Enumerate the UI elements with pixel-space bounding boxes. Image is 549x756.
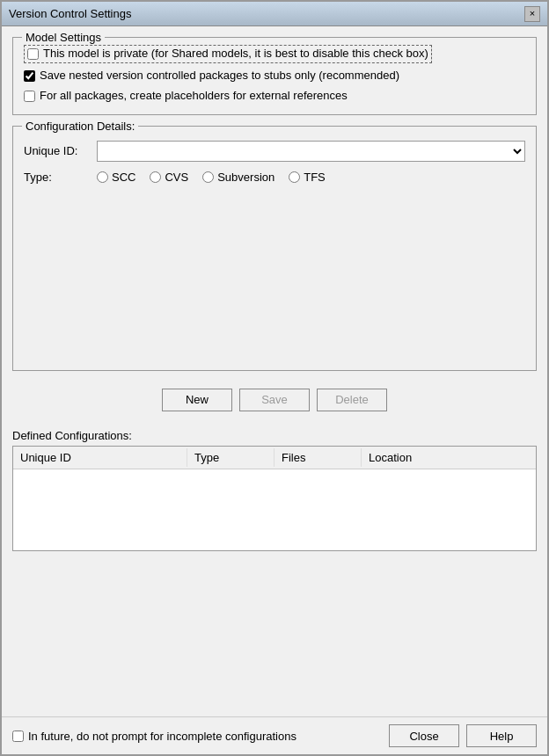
radio-scc: SCC bbox=[97, 171, 135, 184]
tfs-label: TFS bbox=[304, 171, 326, 184]
save-nested-label: Save nested version controlled packages … bbox=[40, 69, 399, 84]
unique-id-row: Unique ID: bbox=[24, 141, 525, 162]
no-prompt-label: In future, do not prompt for incomplete … bbox=[28, 730, 296, 743]
save-button[interactable]: Save bbox=[239, 389, 310, 411]
subversion-label: Subversion bbox=[217, 171, 274, 184]
type-label: Type: bbox=[24, 171, 90, 184]
model-private-checkbox[interactable] bbox=[27, 48, 39, 60]
table-body bbox=[13, 469, 536, 549]
model-settings-group: Model Settings This model is private (fo… bbox=[12, 37, 537, 115]
model-settings-title: Model Settings bbox=[22, 31, 105, 44]
unique-id-dropdown[interactable] bbox=[97, 141, 525, 162]
cvs-label: CVS bbox=[165, 171, 188, 184]
tfs-radio[interactable] bbox=[289, 171, 300, 183]
type-radio-group: SCC CVS Subversion TFS bbox=[97, 171, 326, 184]
subversion-radio[interactable] bbox=[202, 171, 214, 183]
configuration-details-group: Configuration Details: Unique ID: Type: bbox=[12, 126, 537, 371]
checkbox-row-1: This model is private (for Shared models… bbox=[24, 45, 525, 63]
delete-button[interactable]: Delete bbox=[317, 389, 387, 411]
dialog-content: Model Settings This model is private (fo… bbox=[2, 26, 547, 716]
dashed-border-box: This model is private (for Shared models… bbox=[24, 45, 432, 63]
col-header-unique-id: Unique ID bbox=[13, 448, 187, 467]
action-button-row: New Save Delete bbox=[12, 382, 537, 418]
col-header-location: Location bbox=[362, 448, 536, 467]
checkbox-row-2: Save nested version controlled packages … bbox=[24, 69, 525, 84]
scc-radio[interactable] bbox=[97, 171, 108, 183]
radio-subversion: Subversion bbox=[202, 171, 274, 184]
unique-id-field bbox=[97, 141, 525, 162]
defined-configs-table: Unique ID Type Files Location bbox=[12, 446, 537, 551]
new-button[interactable]: New bbox=[162, 389, 232, 411]
config-empty-area bbox=[24, 184, 525, 360]
bottom-buttons: Close Help bbox=[389, 724, 537, 747]
cvs-radio[interactable] bbox=[150, 171, 161, 183]
scc-label: SCC bbox=[112, 171, 135, 184]
config-details-content: Unique ID: Type: SCC bbox=[24, 134, 525, 184]
radio-cvs: CVS bbox=[150, 171, 188, 184]
no-prompt-checkbox[interactable] bbox=[12, 731, 24, 742]
close-icon[interactable]: × bbox=[524, 6, 540, 22]
create-placeholders-label: For all packages, create placeholders fo… bbox=[40, 89, 348, 104]
save-nested-checkbox[interactable] bbox=[24, 70, 35, 82]
bottom-bar: In future, do not prompt for incomplete … bbox=[2, 716, 547, 754]
col-header-type: Type bbox=[187, 448, 274, 467]
bottom-left: In future, do not prompt for incomplete … bbox=[12, 730, 296, 743]
configuration-details-title: Configuration Details: bbox=[22, 120, 138, 133]
title-bar: Version Control Settings × bbox=[2, 2, 547, 26]
dialog-title: Version Control Settings bbox=[9, 7, 131, 20]
checkbox-row-3: For all packages, create placeholders fo… bbox=[24, 89, 525, 104]
version-control-dialog: Version Control Settings × Model Setting… bbox=[0, 0, 549, 756]
type-row: Type: SCC CVS Subversion bbox=[24, 171, 525, 184]
radio-tfs: TFS bbox=[289, 171, 326, 184]
close-button[interactable]: Close bbox=[389, 724, 459, 747]
create-placeholders-checkbox[interactable] bbox=[24, 91, 35, 102]
unique-id-label: Unique ID: bbox=[24, 144, 90, 157]
col-header-files: Files bbox=[274, 448, 362, 467]
model-private-label: This model is private (for Shared models… bbox=[43, 47, 428, 62]
defined-configs-label: Defined Configurations: bbox=[12, 429, 537, 442]
defined-configs-section: Defined Configurations: Unique ID Type F… bbox=[12, 429, 537, 551]
help-button[interactable]: Help bbox=[466, 724, 537, 747]
table-header: Unique ID Type Files Location bbox=[13, 447, 536, 469]
